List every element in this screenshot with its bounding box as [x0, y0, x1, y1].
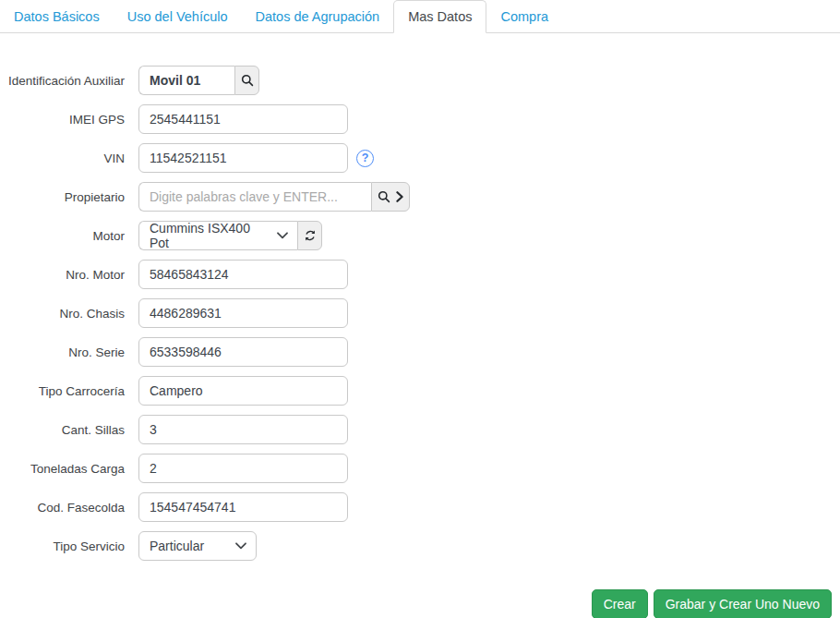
- chevron-down-icon: [277, 232, 288, 239]
- motor-select-value: Cummins ISX400 Pot: [150, 221, 266, 250]
- search-icon: [241, 74, 254, 87]
- cant-sillas-label: Cant. Sillas: [0, 423, 138, 437]
- motor-select[interactable]: Cummins ISX400 Pot: [138, 221, 297, 250]
- form-actions: Crear Grabar y Crear Uno Nuevo: [0, 570, 840, 618]
- row-toneladas-carga: Toneladas Carga: [0, 454, 840, 483]
- vin-label: VIN: [0, 151, 138, 165]
- toneladas-carga-input[interactable]: [138, 454, 348, 483]
- row-vin: VIN ?: [0, 143, 840, 173]
- search-icon: [378, 190, 390, 203]
- identificacion-auxiliar-label: Identificación Auxiliar: [0, 74, 138, 88]
- nro-serie-input[interactable]: [138, 337, 348, 367]
- identificacion-auxiliar-search-button[interactable]: [234, 66, 259, 95]
- imei-gps-label: IMEI GPS: [0, 113, 138, 127]
- row-cod-fasecolda: Cod. Fasecolda: [0, 492, 840, 522]
- refresh-icon: [304, 229, 317, 242]
- toneladas-carga-label: Toneladas Carga: [0, 462, 138, 476]
- row-propietario: Propietario: [0, 182, 840, 212]
- identificacion-auxiliar-input[interactable]: [138, 66, 234, 95]
- vin-input[interactable]: [138, 143, 348, 173]
- row-nro-chasis: Nro. Chasis: [0, 298, 840, 328]
- grabar-y-crear-uno-nuevo-button[interactable]: Grabar y Crear Uno Nuevo: [654, 589, 832, 618]
- row-nro-motor: Nro. Motor: [0, 260, 840, 289]
- vin-help-icon[interactable]: ?: [356, 150, 374, 167]
- row-tipo-carroceria: Tipo Carrocería: [0, 376, 840, 406]
- nro-chasis-label: Nro. Chasis: [0, 307, 138, 321]
- tab-datos-basicos[interactable]: Datos Básicos: [0, 1, 114, 32]
- tab-mas-datos[interactable]: Mas Datos: [393, 0, 486, 33]
- tab-compra[interactable]: Compra: [486, 1, 562, 32]
- nro-serie-label: Nro. Serie: [0, 345, 138, 359]
- tipo-carroceria-input[interactable]: [138, 376, 348, 406]
- mas-datos-form: Identificación Auxiliar IMEI GPS VIN ? P…: [0, 33, 840, 561]
- motor-label: Motor: [0, 229, 138, 243]
- tab-bar: Datos Básicos Uso del Vehículo Datos de …: [0, 0, 840, 33]
- row-motor: Motor Cummins ISX400 Pot: [0, 221, 840, 250]
- cod-fasecolda-label: Cod. Fasecolda: [0, 501, 138, 515]
- tab-uso-del-vehiculo[interactable]: Uso del Vehículo: [114, 1, 242, 32]
- nro-motor-label: Nro. Motor: [0, 268, 138, 282]
- cod-fasecolda-input[interactable]: [138, 492, 348, 522]
- nro-motor-input[interactable]: [138, 260, 348, 289]
- row-imei-gps: IMEI GPS: [0, 104, 840, 134]
- nro-chasis-input[interactable]: [138, 298, 348, 328]
- propietario-input[interactable]: [138, 182, 371, 212]
- tab-datos-de-agrupacion[interactable]: Datos de Agrupación: [242, 1, 394, 32]
- tipo-servicio-label: Tipo Servicio: [0, 539, 138, 553]
- imei-gps-input[interactable]: [138, 104, 348, 134]
- propietario-label: Propietario: [0, 190, 138, 204]
- chevron-right-icon: [395, 191, 404, 202]
- motor-refresh-button[interactable]: [297, 221, 322, 250]
- propietario-search-button[interactable]: [371, 182, 410, 212]
- row-identificacion-auxiliar: Identificación Auxiliar: [0, 66, 840, 95]
- tipo-servicio-select[interactable]: Particular: [138, 531, 257, 561]
- chevron-down-icon: [235, 542, 246, 550]
- row-tipo-servicio: Tipo Servicio Particular: [0, 531, 840, 561]
- tipo-carroceria-label: Tipo Carrocería: [0, 384, 138, 398]
- crear-button[interactable]: Crear: [592, 589, 648, 618]
- row-nro-serie: Nro. Serie: [0, 337, 840, 367]
- tipo-servicio-select-value: Particular: [150, 539, 204, 553]
- row-cant-sillas: Cant. Sillas: [0, 415, 840, 444]
- cant-sillas-input[interactable]: [138, 415, 348, 444]
